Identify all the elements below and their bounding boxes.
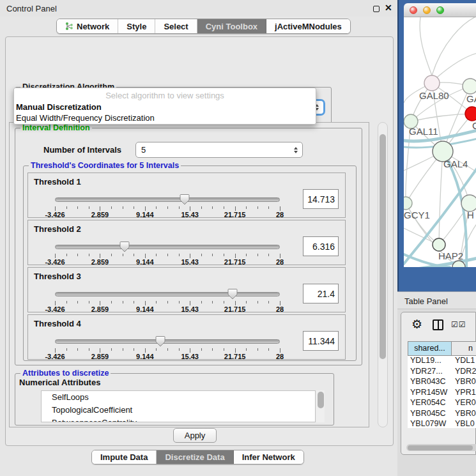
- attribute-item[interactable]: TopologicalCoefficient: [42, 404, 315, 417]
- network-node[interactable]: [465, 107, 476, 121]
- table-row[interactable]: YDR27...YDR2: [408, 367, 476, 378]
- interval-definition-group: Interval Definition Number of Intervals …: [15, 128, 362, 365]
- network-edge[interactable]: [437, 53, 476, 77]
- slider-tick: [268, 254, 269, 256]
- minimize-traffic-light[interactable]: [423, 6, 431, 14]
- panel-scrollbar[interactable]: [378, 122, 388, 427]
- slider-tick: [235, 348, 236, 353]
- column-header-shared[interactable]: shared...: [408, 342, 452, 355]
- close-icon[interactable]: ✕: [385, 3, 392, 13]
- threshold-slider[interactable]: -3.4262.8599.14415.4321.71528: [55, 192, 280, 217]
- slider-track[interactable]: [55, 197, 280, 202]
- dropdown-option-equal-width[interactable]: Equal Width/Frequency Discretization: [16, 113, 155, 123]
- table-row[interactable]: YBR043CYBR0: [408, 377, 476, 388]
- threshold-value-field[interactable]: 6.316: [303, 236, 339, 256]
- split-columns-icon[interactable]: [433, 319, 443, 330]
- slider-tick: [77, 254, 78, 256]
- attribute-list-scrollbar[interactable]: [316, 390, 325, 422]
- num-intervals-combo[interactable]: 5: [135, 142, 303, 158]
- gear-icon[interactable]: ⚙: [411, 318, 422, 330]
- network-canvas[interactable]: GAL80GAGGAL11GAL4GCY1HHAP2: [404, 17, 476, 267]
- slider-tick: [55, 206, 56, 211]
- network-edge[interactable]: [411, 114, 472, 121]
- zoom-traffic-light[interactable]: [436, 6, 444, 14]
- slider-tick: [280, 206, 280, 211]
- table-hscrollbar[interactable]: [406, 444, 476, 451]
- network-node[interactable]: [463, 79, 476, 94]
- network-node-gcy1[interactable]: [404, 197, 412, 210]
- network-node-gal80[interactable]: [424, 75, 440, 91]
- attributes-group: Attributes to discretize Numerical Attri…: [15, 373, 334, 426]
- slider-tick: [111, 206, 112, 209]
- table-row[interactable]: YBL079WYBL0: [408, 419, 476, 428]
- table-rows: YDL19...YDL1YDR27...YDR2YBR043CYBR0YPR14…: [408, 356, 476, 428]
- network-window: GAL80GAGGAL11GAL4GCY1HHAP2: [397, 0, 476, 291]
- tab-cyni-toolbox[interactable]: Cyni Toolbox: [197, 19, 266, 33]
- slider-thumb[interactable]: [227, 288, 238, 300]
- slider-tick: [280, 301, 280, 305]
- tab-impute-data[interactable]: Impute Data: [92, 450, 157, 464]
- tab-infer-network[interactable]: Infer Network: [234, 450, 303, 464]
- tab-jactivemnodules[interactable]: jActiveMNodules: [266, 19, 350, 33]
- threshold-slider[interactable]: -3.4262.8599.14415.4321.71528: [55, 240, 280, 264]
- tab-network[interactable]: Network: [57, 19, 118, 33]
- attribute-item[interactable]: BetweennessCentrality: [42, 417, 315, 422]
- node-label-gcy1: GCY1: [404, 210, 430, 220]
- tab-style[interactable]: Style: [118, 19, 155, 33]
- network-edge[interactable]: [439, 151, 443, 245]
- node-label-hap2: HAP2: [438, 250, 463, 261]
- attribute-list[interactable]: SelfLoopsTopologicalCoefficientBetweenne…: [41, 390, 316, 422]
- dropdown-option-manual[interactable]: Manual Discretization: [16, 102, 102, 112]
- slider-track[interactable]: [55, 292, 280, 296]
- control-panel-titlebar: Control Panel ✕: [0, 0, 397, 17]
- scrollbar-thumb[interactable]: [380, 134, 386, 359]
- scrollbar-thumb[interactable]: [408, 445, 473, 450]
- threshold-value-field[interactable]: 14.713: [303, 189, 339, 209]
- tab-discretize-data[interactable]: Discretize Data: [157, 450, 233, 464]
- slider-tick: [66, 301, 67, 303]
- checkboxes-icon[interactable]: ☑☑: [451, 320, 466, 329]
- close-traffic-light[interactable]: [410, 6, 417, 14]
- network-edge[interactable]: [432, 17, 476, 75]
- network-edge[interactable]: [420, 17, 432, 75]
- threshold-slider[interactable]: -3.4262.8599.14415.4321.71528: [55, 334, 280, 358]
- slider-track[interactable]: [55, 339, 280, 344]
- slider-tick: [145, 254, 146, 258]
- slider-thumb[interactable]: [155, 335, 165, 347]
- slider-tick: [100, 301, 100, 305]
- threshold-value-field[interactable]: 11.344: [303, 331, 339, 351]
- table-row[interactable]: YBR045CYBR0: [408, 409, 476, 420]
- float-window-icon[interactable]: [373, 6, 380, 12]
- slider-tick: [212, 301, 213, 303]
- slider-tick: [201, 206, 202, 209]
- slider-tick: [212, 206, 213, 209]
- table-row[interactable]: YPR145WYPR1: [408, 388, 476, 399]
- network-node-hap2[interactable]: [433, 238, 445, 251]
- slider-tick: [257, 206, 258, 209]
- table-row[interactable]: YDL19...YDL1: [408, 356, 476, 367]
- network-graph[interactable]: GAL80GAGGAL11GAL4GCY1HHAP2: [404, 17, 476, 267]
- slider-tick: [246, 206, 247, 209]
- column-header-name[interactable]: n: [452, 342, 476, 355]
- threshold-slider[interactable]: -3.4262.8599.14415.4321.71528: [55, 287, 280, 311]
- bottom-tab-bar: Impute DataDiscretize DataInfer Network: [91, 450, 304, 464]
- tab-select[interactable]: Select: [155, 19, 197, 33]
- attribute-item[interactable]: SelfLoops: [42, 391, 315, 404]
- slider-thumb[interactable]: [119, 241, 130, 252]
- tick-label: 28: [276, 258, 284, 266]
- tick-label: -3.426: [45, 353, 65, 360]
- thresholds-group: Threshold's Coordinates for 5 Intervals …: [23, 165, 357, 361]
- slider-tick: [156, 348, 157, 351]
- apply-button[interactable]: Apply: [173, 428, 217, 443]
- threshold-panel-3: Threshold 3-3.4262.8599.14415.4321.71528…: [27, 267, 346, 312]
- slider-track[interactable]: [55, 245, 280, 249]
- slider-thumb[interactable]: [180, 194, 190, 205]
- network-icon: [65, 22, 73, 31]
- slider-tick: [77, 301, 78, 303]
- cell-shared-name: YBR043C: [408, 377, 451, 388]
- table-row[interactable]: YER054CYER0: [408, 398, 476, 409]
- threshold-value-field[interactable]: 21.4: [303, 284, 339, 303]
- network-window-titlebar[interactable]: [404, 3, 476, 17]
- cell-shared-name: YER054C: [408, 398, 451, 409]
- cell-name: YDL1: [451, 356, 476, 367]
